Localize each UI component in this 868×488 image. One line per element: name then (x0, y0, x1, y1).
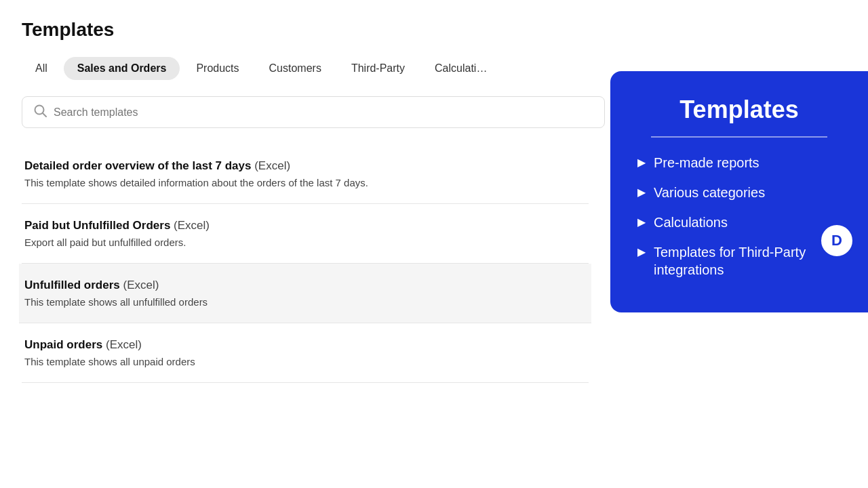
svg-line-1 (43, 113, 46, 117)
tab-customers[interactable]: Customers (256, 57, 335, 80)
tooltip-list-item: ▶ Various categories (637, 184, 841, 201)
template-list: Detailed order overview of the last 7 da… (22, 144, 589, 383)
list-item[interactable]: Unfulfilled orders (Excel) This template… (19, 264, 591, 323)
tab-products[interactable]: Products (182, 57, 252, 80)
list-item[interactable]: Detailed order overview of the last 7 da… (22, 144, 589, 204)
tab-third-party[interactable]: Third-Party (338, 57, 418, 80)
template-title: Unfulfilled orders (Excel) (24, 279, 586, 292)
template-name: Unpaid orders (24, 338, 102, 351)
tooltip-item-label: Templates for Third-Party integrations (654, 243, 841, 279)
list-item[interactable]: Paid but Unfulfilled Orders (Excel) Expo… (22, 204, 589, 264)
template-desc: Export all paid but unfulfilled orders. (24, 237, 586, 248)
template-title: Detailed order overview of the last 7 da… (24, 159, 586, 173)
list-item[interactable]: Unpaid orders (Excel) This template show… (22, 323, 589, 383)
tab-sales-and-orders[interactable]: Sales and Orders (64, 57, 180, 80)
template-desc: This template shows detailed information… (24, 177, 586, 188)
tooltip-item-label: Various categories (654, 184, 765, 201)
tooltip-list-item: ▶ Calculations (637, 214, 841, 231)
play-icon: ▶ (637, 245, 646, 260)
template-title: Unpaid orders (Excel) (24, 338, 586, 352)
search-input[interactable] (54, 106, 593, 119)
template-name: Unfulfilled orders (24, 279, 120, 291)
tab-bar: All Sales and Orders Products Customers … (22, 57, 589, 80)
template-name: Detailed order overview of the last 7 da… (24, 159, 251, 172)
tooltip-list-item: ▶ Pre-made reports (637, 154, 841, 171)
tooltip-list: ▶ Pre-made reports ▶ Various categories … (637, 154, 841, 279)
template-desc: This template shows all unfulfilled orde… (24, 296, 586, 308)
tooltip-panel: Templates ▶ Pre-made reports ▶ Various c… (610, 71, 868, 312)
page-title: Templates (22, 19, 589, 41)
template-title: Paid but Unfulfilled Orders (Excel) (24, 219, 586, 232)
tab-all[interactable]: All (22, 57, 61, 80)
tooltip-title: Templates (637, 96, 841, 124)
template-format: (Excel) (254, 159, 290, 172)
tooltip-item-label: Pre-made reports (654, 154, 760, 171)
play-icon: ▶ (637, 216, 646, 230)
tooltip-divider (651, 136, 827, 138)
play-icon: ▶ (637, 156, 646, 170)
tooltip-list-item: ▶ Templates for Third-Party integrations (637, 243, 841, 279)
d-badge-label: D (831, 232, 842, 249)
tab-calculations[interactable]: Calculati… (421, 57, 500, 80)
search-icon (33, 104, 47, 121)
template-name: Paid but Unfulfilled Orders (24, 219, 170, 232)
template-format: (Excel) (106, 338, 142, 351)
template-desc: This template shows all unpaid orders (24, 356, 586, 367)
template-format: (Excel) (174, 219, 210, 232)
play-icon: ▶ (637, 186, 646, 200)
template-format: (Excel) (123, 279, 159, 291)
search-bar (22, 96, 605, 128)
d-badge: D (819, 223, 854, 258)
tooltip-item-label: Calculations (654, 214, 728, 231)
